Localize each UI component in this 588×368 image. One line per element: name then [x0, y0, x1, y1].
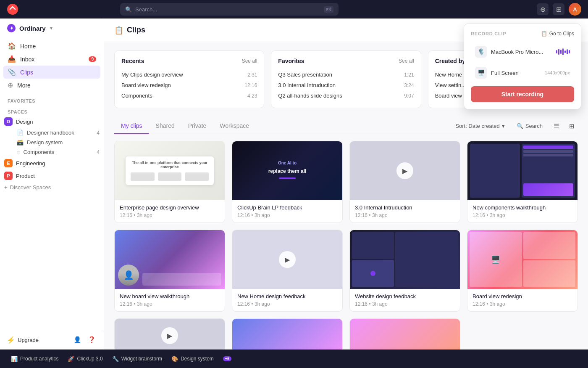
clip-title-7: Board view redesign: [472, 293, 572, 299]
sidebar-item-clips[interactable]: 📎 Clips ···: [3, 66, 100, 79]
clip-thumbnail-4: 👤: [115, 230, 225, 289]
sort-button[interactable]: Sort: Date created ▾: [451, 121, 509, 131]
clickup-label: ClickUp 3.0: [77, 356, 102, 362]
favorites-card: Favorites See all Q3 Sales presentation …: [271, 50, 421, 108]
design-label: Design: [16, 119, 33, 125]
mic-option[interactable]: 🎙️ MacBook Pro Micro...: [471, 42, 574, 61]
favorites-see-all[interactable]: See all: [399, 58, 414, 64]
clip-thumbnail-5: ▶: [232, 230, 342, 289]
fav-item-2[interactable]: Q2 all-hands slide designs 9:07: [278, 90, 414, 101]
list-view-button[interactable]: ☰: [550, 120, 562, 132]
taskbar-product-analytics[interactable]: 📊 Product analytics: [7, 354, 63, 364]
clip-info-7: Board view redesign 12:16 • 3h ago: [467, 289, 578, 311]
discover-spaces-label: Discover Spaces: [10, 184, 51, 191]
sidebar-item-components[interactable]: ≡ Components 4: [13, 147, 104, 157]
tab-shared[interactable]: Shared: [149, 118, 181, 134]
designer-handbook-badge: 4: [97, 130, 100, 136]
user-avatar[interactable]: A: [569, 3, 581, 16]
taskbar-more-items[interactable]: +5: [219, 355, 236, 363]
clip-card-bottom-2[interactable]: [349, 318, 460, 349]
clip-card-2[interactable]: ▶ 3.0 Internal Intruduction 12:16 • 3h a…: [349, 141, 460, 223]
audio-bar-2: [558, 49, 559, 55]
goto-clips-button[interactable]: 📋 Go to Clips: [541, 31, 574, 37]
clip-card-bottom-1[interactable]: [232, 318, 343, 349]
fav-name-0: Q3 Sales presentation: [278, 71, 332, 78]
clip-card-4[interactable]: 👤 New board view walkthrough 12:16 • 3h …: [114, 230, 225, 312]
audio-bar-4: [562, 48, 564, 55]
grid-view-button[interactable]: ⊞: [566, 120, 578, 132]
discover-spaces[interactable]: + Discover Spaces: [0, 182, 104, 193]
recent-time-2: 4:23: [247, 93, 257, 99]
taskbar-design-system[interactable]: 🎨 Design system: [167, 354, 218, 364]
clips-tabs: My clips Shared Private Workspace Sort: …: [114, 118, 578, 134]
sidebar-item-more[interactable]: ⊕ More: [3, 79, 100, 92]
clip-card-3[interactable]: New components walkthrough 12:16 • 3h ag…: [467, 141, 578, 223]
clip-meta-7: 12:16 • 3h ago: [472, 301, 572, 307]
search-icon: 🔍: [125, 6, 132, 13]
sidebar-item-designer-handbook[interactable]: 📄 Designer handbook 4: [13, 128, 104, 138]
search-clips-button[interactable]: 🔍 Search: [512, 121, 547, 131]
upgrade-label: Upgrade: [18, 337, 39, 343]
fav-item-0[interactable]: Q3 Sales presentation 1:21: [278, 69, 414, 80]
sidebar-item-inbox[interactable]: 📥 Inbox 9: [3, 53, 100, 66]
tab-my-clips[interactable]: My clips: [114, 118, 149, 134]
audio-bar-5: [564, 50, 566, 53]
taskbar-widget-brainstorm[interactable]: 🔧 Widget brainstorm: [108, 354, 166, 364]
clip-card-6[interactable]: Website design feedback 12:16 • 3h ago: [349, 230, 460, 312]
add-icon[interactable]: ⊕: [537, 3, 549, 15]
clip-card-bottom-0[interactable]: ▶: [114, 318, 225, 349]
favorites-header: Favorites See all: [278, 58, 414, 64]
clip-meta-2: 12:16 • 3h ago: [355, 212, 455, 218]
app-logo[interactable]: [7, 3, 18, 15]
taskbar-clickup-3[interactable]: 🚀 ClickUp 3.0: [63, 354, 107, 364]
recent-item-2[interactable]: Components 4:23: [121, 90, 257, 101]
design-system-label: Design system: [181, 356, 214, 362]
space-engineering[interactable]: E Engineering: [0, 157, 104, 169]
clip-thumbnail-2: ▶: [350, 141, 460, 200]
clip-card-0[interactable]: The all-in-one platform that connects yo…: [114, 141, 225, 223]
space-product[interactable]: P Product: [0, 169, 104, 182]
sidebar-item-home[interactable]: 🏠 Home: [3, 40, 100, 53]
recents-title: Recents: [121, 58, 144, 64]
start-recording-button[interactable]: Start recording: [471, 86, 574, 102]
clip-thumbnail-0: The all-in-one platform that connects yo…: [115, 141, 225, 200]
clip-title-2: 3.0 Internal Intruduction: [355, 204, 455, 211]
sidebar-item-design-system[interactable]: 🗃️ Design system: [13, 138, 104, 147]
sidebar: ✦ Ordinary ▾ 🏠 Home 📥 Inbox 9 📎 Clips ··…: [0, 19, 104, 349]
grid-icon[interactable]: ⊞: [553, 3, 564, 15]
clip-meta-5: 12:16 • 3h ago: [237, 301, 337, 307]
profile-icon[interactable]: 👤: [72, 334, 83, 345]
screen-option[interactable]: 🖥️ Full Screen 1440x900px: [471, 64, 574, 82]
recent-item-0[interactable]: My Clips design overview 2:31: [121, 69, 257, 80]
popup-header: RECORD CLIP 📋 Go to Clips: [471, 31, 574, 37]
clip-thumbnail-6: [350, 230, 460, 289]
workspace-header[interactable]: ✦ Ordinary ▾: [0, 19, 104, 38]
clip-title-5: New Home design feedback: [237, 293, 337, 299]
space-design[interactable]: D Design: [0, 115, 104, 128]
clip-meta-6: 12:16 • 3h ago: [355, 301, 455, 307]
more-badge: +5: [223, 356, 231, 361]
clips-grid: The all-in-one platform that connects yo…: [114, 141, 578, 312]
design-avatar: D: [4, 117, 13, 126]
recent-item-1[interactable]: Board view redesign 12:16: [121, 80, 257, 90]
upgrade-icon: ⚡: [7, 336, 15, 344]
recent-time-0: 2:31: [247, 72, 257, 78]
upgrade-button[interactable]: ⚡ Upgrade: [7, 336, 68, 344]
recents-see-all[interactable]: See all: [242, 58, 257, 64]
engineering-label: Engineering: [16, 160, 45, 167]
audio-bar-3: [560, 50, 562, 54]
clip-title-3: New components walkthrough: [472, 204, 572, 211]
created-by-title: Created by: [435, 58, 465, 64]
sidebar-nav: 🏠 Home 📥 Inbox 9 📎 Clips ··· ⊕ More: [0, 38, 104, 93]
fav-item-1[interactable]: 3.0 Internal Intruduction 3:24: [278, 80, 414, 90]
favorites-title: Favorites: [278, 58, 304, 64]
page-clips-icon: 📋: [114, 26, 123, 35]
clip-card-1[interactable]: One AI to replace them all ClickUp Brain…: [232, 141, 343, 223]
clip-card-7[interactable]: 🖥️ Board view redesign 12:16 • 3h ago: [467, 230, 578, 312]
clip-card-5[interactable]: ▶ New Home design feedback 12:16 • 3h ag…: [232, 230, 343, 312]
header-left: 📋 Clips: [114, 26, 145, 35]
help-icon[interactable]: ❓: [86, 334, 97, 345]
global-search[interactable]: 🔍 Search... ⌘K: [120, 3, 339, 16]
tab-workspace[interactable]: Workspace: [213, 118, 256, 134]
tab-private[interactable]: Private: [181, 118, 213, 134]
